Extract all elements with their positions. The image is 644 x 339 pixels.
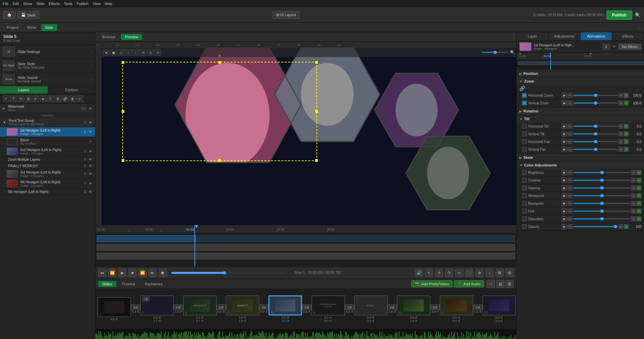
eye-icon[interactable]: 👁: [89, 140, 92, 144]
crop-tool[interactable]: ✛: [435, 269, 443, 277]
layer-count-button[interactable]: 2: [602, 44, 610, 50]
vz-slider[interactable]: [573, 102, 618, 104]
ht-plus2-btn[interactable]: +: [624, 124, 629, 129]
audio-toggle[interactable]: 🔊: [415, 269, 423, 277]
sa-slider[interactable]: [573, 218, 631, 220]
add-layer-btn[interactable]: +: [3, 95, 9, 102]
slide-thumb-6[interactable]: individual words in a doc 6: [311, 295, 345, 316]
tab-adjustments[interactable]: Adjustments: [549, 32, 581, 40]
tab-browser[interactable]: Browser: [98, 34, 120, 40]
menu-show[interactable]: Show: [23, 2, 33, 6]
bp-plus2-btn[interactable]: +: [637, 201, 641, 206]
sa-plus-btn[interactable]: +: [631, 216, 636, 221]
color-adjustments-header[interactable]: ▼ Color Adjustments: [517, 161, 644, 169]
canvas-tool-6[interactable]: ⟲: [140, 49, 146, 56]
op-checkbox[interactable]: [522, 224, 527, 229]
delete-slide-btn[interactable]: 🗑: [506, 280, 514, 288]
play-btn[interactable]: ▶: [118, 269, 126, 277]
refresh-icon[interactable]: ↺: [137, 310, 139, 313]
refresh-icon[interactable]: ↺: [372, 316, 375, 319]
sa-play-btn[interactable]: ▶: [562, 216, 567, 222]
add-audio-button[interactable]: 🎵 Add Audio: [454, 280, 484, 287]
stop-btn[interactable]: ■: [128, 269, 136, 277]
refresh-icon[interactable]: ↺: [308, 310, 310, 313]
vp-slider[interactable]: [573, 149, 618, 150]
eye-icon[interactable]: 👁: [89, 172, 92, 176]
tab-layers[interactable]: Layers: [0, 86, 48, 94]
wp-plus2-btn[interactable]: +: [637, 193, 641, 198]
refresh-icon[interactable]: ↺: [244, 316, 246, 319]
refresh-icon[interactable]: ↺: [393, 310, 396, 313]
vt-plus2-btn[interactable]: +: [624, 132, 629, 136]
list-tool[interactable]: ≡: [32, 95, 39, 102]
vt-checkbox[interactable]: [522, 132, 527, 136]
vz-play-btn[interactable]: ▶: [562, 100, 567, 106]
bp-checkbox[interactable]: [522, 201, 527, 206]
vt-minus-btn[interactable]: −: [568, 132, 572, 136]
position-header[interactable]: ▶ Position: [517, 70, 644, 77]
refresh-icon[interactable]: ↺: [458, 319, 460, 323]
tab-layer[interactable]: Layer: [517, 32, 549, 40]
op-slider[interactable]: [573, 226, 618, 227]
refresh-icon[interactable]: ↺: [115, 318, 118, 321]
vp-plus-btn[interactable]: +: [618, 147, 623, 152]
menu-view[interactable]: View: [93, 2, 101, 6]
link-tool[interactable]: ◈: [40, 95, 46, 102]
br-plus2-btn[interactable]: +: [637, 170, 641, 175]
no-slices-button[interactable]: No Slices: [618, 44, 641, 50]
view-toggle-2[interactable]: ▤: [496, 280, 504, 288]
grid-tool[interactable]: ⊞: [25, 95, 32, 102]
vz-checkbox[interactable]: ✓: [522, 101, 527, 105]
layer-item-5th-hexagon[interactable]: 5th Hexagon (Left to Right) 8 👁: [0, 189, 95, 195]
zoom-thumb[interactable]: [493, 51, 497, 54]
save-button[interactable]: 💾 Save: [17, 11, 39, 19]
hz-minus-btn[interactable]: −: [568, 93, 572, 98]
menu-file[interactable]: File: [3, 2, 9, 6]
refresh-icon[interactable]: ↺: [158, 316, 161, 319]
rewind-btn[interactable]: ⏪: [108, 269, 116, 277]
hu-play-btn[interactable]: ▶: [562, 208, 567, 214]
refresh-icon[interactable]: ↺: [287, 319, 289, 323]
eye-icon[interactable]: 👁: [89, 182, 92, 186]
eye-icon[interactable]: 👁: [89, 106, 92, 110]
sa-minus-btn[interactable]: −: [568, 216, 572, 221]
vt-play-btn[interactable]: ▶: [562, 131, 567, 137]
slide-thumb-1[interactable]: 1: [97, 297, 131, 317]
sa-checkbox[interactable]: [522, 216, 527, 221]
slide-thumb-7[interactable]: it's the... 7: [354, 295, 388, 316]
slide-settings-row[interactable]: ⚙ Slide Settings ›: [0, 45, 95, 59]
refresh-icon[interactable]: ↺: [500, 316, 503, 319]
br-play-btn[interactable]: ▶: [562, 170, 567, 175]
select-tool[interactable]: ↖: [425, 269, 433, 277]
vp-play-btn[interactable]: ▶: [562, 147, 567, 152]
hp-play-btn[interactable]: ▶: [562, 139, 567, 144]
refresh-icon[interactable]: ↺: [179, 310, 182, 313]
home-button[interactable]: 🏠: [3, 11, 15, 19]
vp-plus2-btn[interactable]: +: [624, 147, 629, 152]
menu-effects[interactable]: Effects: [49, 2, 60, 6]
wp-play-btn[interactable]: ▶: [562, 193, 567, 198]
refresh-icon[interactable]: ↺: [265, 310, 268, 313]
layer-item-front-text-group[interactable]: ▼ Front Text Group Group Layer (8 sub it…: [0, 118, 95, 127]
skip-end-btn[interactable]: ⏭: [148, 269, 157, 277]
hp-checkbox[interactable]: [522, 139, 527, 144]
ht-minus-btn[interactable]: −: [568, 124, 572, 129]
rotation-header[interactable]: ▶ Rotation: [517, 107, 644, 115]
hp-minus-btn[interactable]: −: [568, 139, 572, 144]
slide-style-row[interactable]: No Style Slide Style No Style Selected ›: [0, 59, 95, 72]
layer-item-zoom-multiple[interactable]: Zoom Multiple Layers 4 👁: [0, 156, 95, 163]
tab-preview[interactable]: Preview: [121, 34, 142, 40]
progress-bar[interactable]: [171, 272, 287, 274]
br-minus-btn[interactable]: −: [568, 170, 572, 175]
co-checkbox[interactable]: [522, 178, 527, 183]
hz-play-btn[interactable]: ▶: [562, 93, 567, 98]
hz-checkbox[interactable]: ✓: [522, 93, 527, 98]
co-minus-btn[interactable]: −: [568, 178, 572, 183]
layer-item-2nd-hexagon[interactable]: 2nd Hexagon (Left to Right) Image - Hexa…: [0, 147, 95, 156]
sync-btn[interactable]: ↕: [485, 269, 493, 277]
menu-help[interactable]: Help: [105, 2, 113, 6]
refresh-icon[interactable]: ↺: [372, 319, 375, 323]
vz-plus2-btn[interactable]: +: [624, 101, 629, 105]
track-selected[interactable]: [97, 235, 196, 242]
fit-btn[interactable]: ⊠: [496, 269, 504, 277]
